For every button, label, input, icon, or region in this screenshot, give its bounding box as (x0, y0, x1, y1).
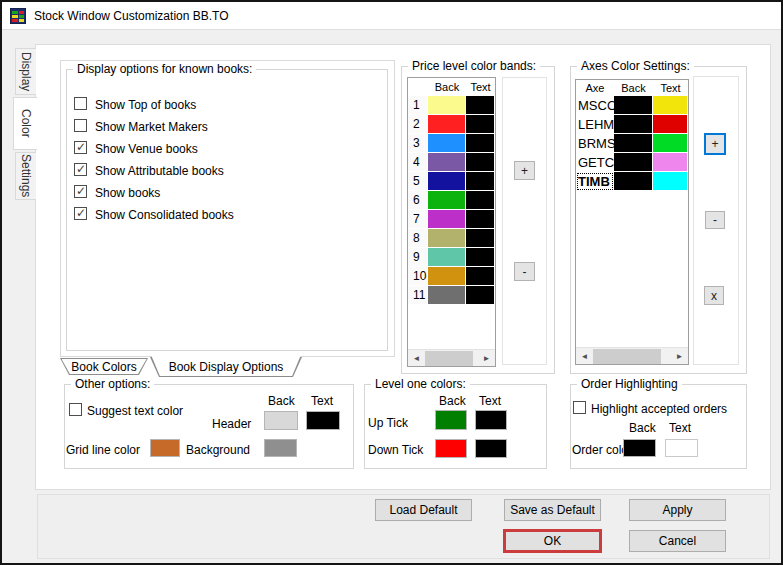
tab-color[interactable]: Color (13, 97, 37, 150)
axe-name[interactable]: TIMB (576, 172, 614, 191)
scroll-left-icon[interactable]: ◄ (576, 348, 593, 365)
price-band-row[interactable]: 4 (408, 153, 495, 172)
price-band-row[interactable]: 3 (408, 134, 495, 153)
band-text-swatch[interactable] (466, 229, 495, 248)
axe-text-swatch[interactable] (653, 96, 688, 115)
band-back-swatch[interactable] (428, 96, 466, 115)
apply-button[interactable]: Apply (629, 499, 726, 521)
band-back-swatch[interactable] (428, 115, 466, 134)
down-tick-text-swatch[interactable] (475, 439, 507, 458)
band-back-swatch[interactable] (428, 229, 466, 248)
band-text-swatch[interactable] (466, 134, 495, 153)
axe-back-swatch[interactable] (614, 153, 653, 172)
cancel-button[interactable]: Cancel (629, 530, 726, 552)
axe-back-swatch[interactable] (614, 134, 653, 153)
band-text-swatch[interactable] (466, 153, 495, 172)
axe-text-swatch[interactable] (653, 172, 688, 191)
background-color-swatch[interactable] (264, 439, 297, 457)
up-tick-text-swatch[interactable] (475, 410, 507, 430)
band-number: 10 (408, 267, 428, 286)
price-bands-table[interactable]: Back Text 1 2 3 4 5 6 (407, 77, 496, 367)
axe-name[interactable]: MSCO (576, 96, 614, 115)
price-band-row[interactable]: 1 (408, 96, 495, 115)
band-text-swatch[interactable] (466, 286, 495, 305)
axes-delete-button[interactable]: x (704, 286, 724, 305)
band-text-swatch[interactable] (466, 96, 495, 115)
price-band-row[interactable]: 2 (408, 115, 495, 134)
price-table-hscrollbar[interactable]: ◄ ► (408, 349, 495, 366)
price-remove-button[interactable]: - (514, 262, 535, 281)
price-add-button[interactable]: + (514, 161, 535, 180)
axe-back-swatch[interactable] (614, 172, 653, 191)
tab-book-display-options[interactable]: Book Display Options (150, 357, 302, 377)
band-text-swatch[interactable] (466, 172, 495, 191)
band-text-swatch[interactable] (466, 210, 495, 229)
checkbox-show-attributable-books[interactable] (74, 163, 87, 176)
axe-back-swatch[interactable] (614, 115, 653, 134)
price-band-row[interactable]: 5 (408, 172, 495, 191)
tab-display[interactable]: Display (15, 48, 36, 95)
band-back-swatch[interactable] (428, 248, 466, 267)
checkbox-show-consolidated-books[interactable] (74, 207, 87, 220)
axes-colors-table[interactable]: Axe Back Text MSCO LEHM BRMS GETC TIMB (575, 79, 689, 365)
axes-table-hscrollbar[interactable]: ◄ ► (576, 347, 688, 364)
band-back-swatch[interactable] (428, 134, 466, 153)
header-back-swatch[interactable] (264, 411, 298, 430)
tab-settings[interactable]: Settings (15, 152, 36, 200)
checkbox-show-venue-books[interactable] (74, 141, 87, 154)
checkbox-suggest-text-color[interactable] (69, 403, 82, 416)
axes-row-selected[interactable]: TIMB (576, 172, 688, 191)
price-band-row[interactable]: 11 (408, 286, 495, 305)
band-number: 11 (408, 286, 428, 305)
price-band-row[interactable]: 7 (408, 210, 495, 229)
load-default-button[interactable]: Load Default (375, 499, 472, 521)
header-text-swatch[interactable] (306, 411, 340, 430)
save-as-default-button[interactable]: Save as Default (504, 499, 601, 521)
up-tick-back-swatch[interactable] (435, 410, 467, 430)
axe-name[interactable]: GETC (576, 153, 614, 172)
scrollbar-thumb[interactable] (593, 349, 661, 364)
axes-row[interactable]: GETC (576, 153, 688, 172)
price-band-row[interactable]: 10 (408, 267, 495, 286)
band-back-swatch[interactable] (428, 172, 466, 191)
band-text-swatch[interactable] (466, 115, 495, 134)
price-band-row[interactable]: 9 (408, 248, 495, 267)
axes-row[interactable]: MSCO (576, 96, 688, 115)
scroll-right-icon[interactable]: ► (478, 350, 495, 367)
axes-add-button[interactable]: + (704, 133, 726, 155)
band-text-swatch[interactable] (466, 191, 495, 210)
axe-text-swatch[interactable] (653, 134, 688, 153)
down-tick-back-swatch[interactable] (435, 439, 467, 458)
axe-back-swatch[interactable] (614, 96, 653, 115)
order-text-swatch[interactable] (665, 439, 698, 457)
scroll-right-icon[interactable]: ► (671, 348, 688, 365)
price-band-row[interactable]: 8 (408, 229, 495, 248)
grid-line-color-swatch[interactable] (150, 439, 180, 457)
price-band-row[interactable]: 6 (408, 191, 495, 210)
axes-row[interactable]: BRMS (576, 134, 688, 153)
checkbox-show-books[interactable] (74, 185, 87, 198)
band-back-swatch[interactable] (428, 286, 466, 305)
order-back-swatch[interactable] (623, 439, 656, 457)
axe-name[interactable]: BRMS (576, 134, 614, 153)
checkbox-highlight-accepted-orders[interactable] (573, 401, 586, 414)
axe-name[interactable]: LEHM (576, 115, 614, 134)
band-back-swatch[interactable] (428, 191, 466, 210)
band-back-swatch[interactable] (428, 153, 466, 172)
axes-row[interactable]: LEHM (576, 115, 688, 134)
ok-button[interactable]: OK (504, 530, 601, 552)
checkbox-show-market-makers[interactable] (74, 119, 87, 132)
display-options-group-title: Display options for known books: (73, 62, 256, 76)
tab-book-colors[interactable]: Book Colors (60, 358, 148, 375)
checkbox-show-top-of-books[interactable] (74, 97, 87, 110)
scrollbar-thumb[interactable] (425, 351, 473, 366)
tab-book-display-options-label: Book Display Options (150, 357, 302, 377)
band-back-swatch[interactable] (428, 267, 466, 286)
axes-remove-button[interactable]: - (705, 211, 725, 229)
axe-text-swatch[interactable] (653, 153, 688, 172)
scroll-left-icon[interactable]: ◄ (408, 350, 425, 367)
band-text-swatch[interactable] (466, 248, 495, 267)
band-back-swatch[interactable] (428, 210, 466, 229)
axe-text-swatch[interactable] (653, 115, 688, 134)
band-text-swatch[interactable] (466, 267, 495, 286)
